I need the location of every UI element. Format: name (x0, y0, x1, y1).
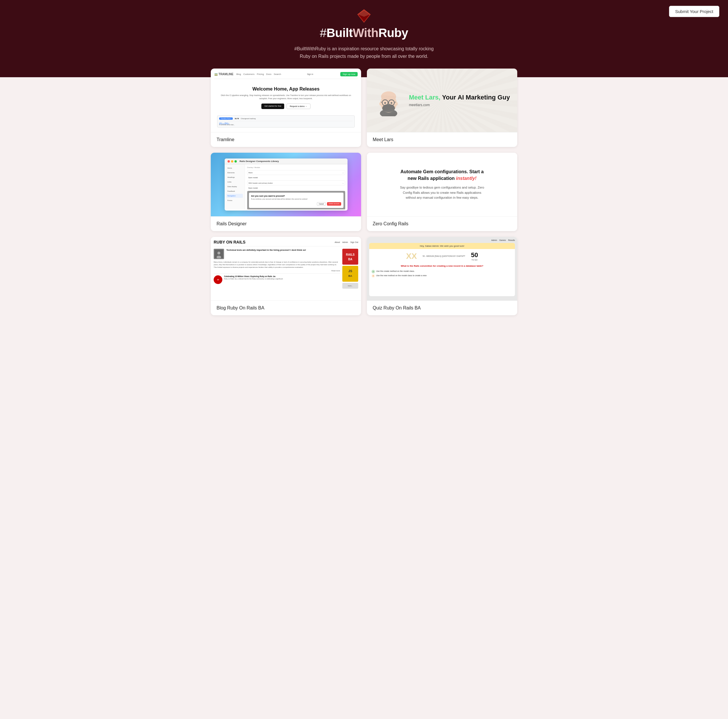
railsdesigner-preview: Rails Designer Components Library Home E… (211, 153, 361, 216)
tramline-hero-title: Welcome Home, App Releases (220, 86, 352, 92)
tramline-card-title: Tramline (211, 132, 361, 147)
quiz-welcome: Hey, Saban Admin: We wish you good luck! (369, 243, 515, 249)
tramline-logo: 🚃 TRAMLINE (214, 73, 233, 76)
tramline-preview: 🚃 TRAMLINE BlogCustomersPricingDocsSearc… (211, 69, 361, 132)
project-card-tramline[interactable]: 🚃 TRAMLINE BlogCustomersPricingDocsSearc… (211, 69, 361, 147)
quiz-answers: A Use the create method on the model cla… (372, 270, 512, 277)
submit-project-button[interactable]: Submit Your Project (669, 6, 719, 17)
svg-rect-24 (342, 266, 358, 282)
meetlars-card-title: Meet Lars (367, 132, 517, 147)
tramline-demo: Request a demo → (286, 104, 310, 109)
svg-point-19 (217, 251, 220, 254)
svg-rect-21 (342, 249, 358, 265)
zeroconfigrails-card-title: Zero Config Rails (367, 216, 517, 231)
project-grid: 🚃 TRAMLINE BlogCustomersPricingDocsSearc… (205, 69, 523, 315)
meetlars-headline: Meet Lars, Your AI Marketing Guy (409, 94, 510, 101)
page-title: #BuiltWithRuby (12, 26, 716, 40)
tramline-hero-body: Ditch the CI pipeline wrangling. Stop tr… (220, 94, 352, 100)
zeroconfigrails-headline: Automate Gem configurations. Start a new… (399, 169, 485, 182)
project-card-zeroconfigrails[interactable]: Automate Gem configurations. Start a new… (367, 153, 517, 231)
tramline-nav-items: BlogCustomersPricingDocsSearch (236, 73, 281, 75)
tramline-signup: Sign up now (340, 72, 358, 77)
svg-text:BA: BA (348, 258, 352, 261)
page-header: Submit Your Project #BuiltWithRuby #Buil… (0, 0, 728, 77)
meetlars-preview: Meet Lars, Your AI Marketing Guy meetlar… (367, 69, 517, 132)
logo-icon (357, 9, 371, 23)
svg-text:BA: BA (349, 274, 352, 277)
zeroconfigrails-body: Say goodbye to tedious gem configuration… (399, 185, 485, 201)
railsdesigner-card-title: Rails Designer (211, 216, 361, 231)
quiz-question-text: What is the Rails convention for creatin… (372, 264, 512, 268)
blog-nav: About Admin Sign Out (335, 241, 358, 243)
quiz-nav: Admin Games Results (369, 239, 515, 241)
project-card-railsdesigner[interactable]: Rails Designer Components Library Home E… (211, 153, 361, 231)
blogrubyonrailsba-preview: RUBY ON RAILS About Admin Sign Out (211, 237, 361, 300)
meetlars-url: meetlars.com (409, 103, 510, 107)
tramline-get-started: Get started for free (262, 104, 284, 109)
project-card-quizrubyonrailsba[interactable]: Admin Games Results Hey, Saban Admin: We… (367, 237, 517, 315)
page-subtitle: #BuiltWithRuby is an inspiration resourc… (292, 45, 436, 60)
svg-text:RAILS: RAILS (346, 253, 355, 256)
project-card-blogrubyonrailsba[interactable]: RUBY ON RAILS About Admin Sign Out (211, 237, 361, 315)
quizrubyonrailsba-preview: Admin Games Results Hey, Saban Admin: We… (367, 237, 517, 300)
blogrubyonrailsba-card-title: Blog Ruby On Rails BA (211, 300, 361, 315)
project-card-meetlars[interactable]: Meet Lars, Your AI Marketing Guy meetlar… (367, 69, 517, 147)
zeroconfigrails-preview: Automate Gem configurations. Start a new… (367, 153, 517, 216)
quizrubyonrailsba-card-title: Quiz Ruby On Rails BA (367, 300, 517, 315)
svg-text:JS: JS (349, 269, 352, 273)
blog-site-title: RUBY ON RAILS (214, 240, 245, 244)
